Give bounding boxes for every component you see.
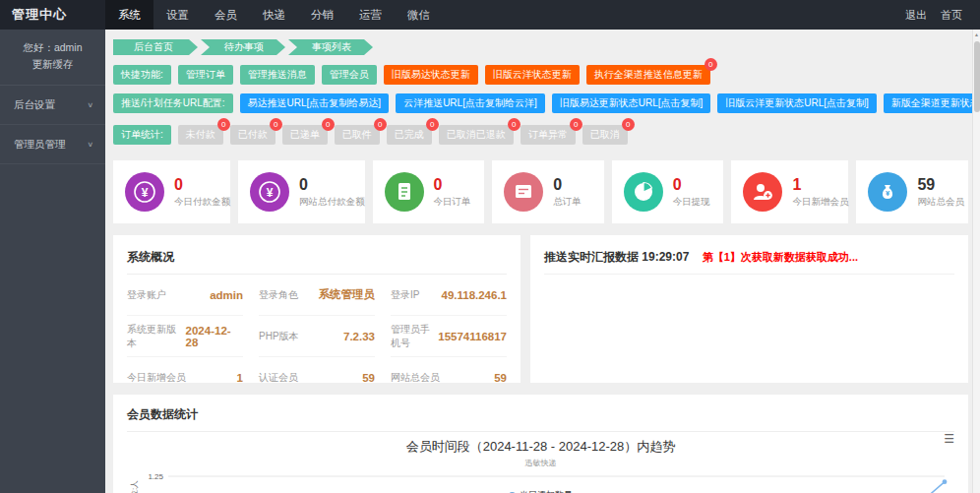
stat-card-网站总付款金额: ¥0网站总付款金额 [238, 160, 365, 223]
stat-card-label: 今日订单 [434, 196, 471, 209]
stat-card-总订单: 0总订单 [492, 160, 604, 223]
sidebar-item-管理员管理[interactable]: 管理员管理∨ [0, 125, 105, 164]
button-旧版易达状态更新[interactable]: 旧版易达状态更新 [384, 65, 478, 85]
overview-label: 登录角色 [259, 288, 298, 302]
overview-value: 系统管理员 [319, 287, 376, 302]
order-stats-row: 订单统计:未付款0已付款0已递单0已取件0已完成0已取消已退款0订单异常0已取消… [113, 125, 968, 145]
overview-value: 1 [237, 372, 243, 384]
stat-card-label: 今日新增会员 [792, 196, 848, 209]
breadcrumb-item-后台首页[interactable]: 后台首页 [113, 39, 198, 55]
overview-cell-PHP版本: PHP版本7.2.33 [259, 316, 375, 357]
scrollbar-thumb[interactable] [974, 41, 980, 112]
overview-label: 网站总会员 [391, 371, 440, 385]
chart-legend[interactable]: 当日添加数量 [113, 489, 968, 493]
overview-value: 7.2.33 [343, 331, 375, 342]
system-overview-grid: 登录账户admin登录角色系统管理员登录IP49.118.246.1系统更新版本… [127, 275, 507, 399]
sidebar-item-label: 后台设置 [14, 98, 55, 112]
badge-count: 0 [570, 118, 582, 131]
overview-cell-系统更新版本: 系统更新版本2024-12-28 [127, 316, 243, 357]
overview-cell-今日新增会员: 今日新增会员1 [127, 357, 243, 399]
button-旧版云洋更新状态URL[点击复制][interactable]: 旧版云洋更新状态URL[点击复制] [717, 93, 877, 113]
stat-card-meta: 0今日订单 [434, 176, 471, 209]
stat-card-meta: 0今日提现 [673, 176, 710, 209]
chevron-down-icon: ∨ [87, 141, 93, 149]
overview-cell-网站总会员: 网站总会员59 [391, 357, 507, 399]
yen-icon: ¥ [250, 172, 289, 212]
button-已取件[interactable]: 已取件0 [335, 125, 380, 145]
nav-item-设置[interactable]: 设置 [153, 0, 202, 30]
stat-card-meta: 0总订单 [553, 176, 582, 209]
button-管理推送消息[interactable]: 管理推送消息 [240, 65, 315, 85]
info-panels: 系统概况 登录账户admin登录角色系统管理员登录IP49.118.246.1系… [113, 235, 968, 383]
overview-value: 59 [494, 372, 507, 384]
button-易达推送URL[点击复制给易达][interactable]: 易达推送URL[点击复制给易达] [240, 93, 390, 113]
nav-link-首页[interactable]: 首页 [941, 8, 962, 23]
button-管理订单[interactable]: 管理订单 [178, 65, 233, 85]
money-bag-icon: ¥ [868, 172, 907, 212]
nav-item-分销[interactable]: 分销 [298, 0, 346, 30]
chevron-down-icon: ∨ [87, 101, 93, 109]
system-overview-panel: 系统概况 登录账户admin登录角色系统管理员登录IP49.118.246.1系… [113, 235, 521, 383]
user-plus-icon [743, 172, 782, 212]
stat-card-今日付款金额: ¥0今日付款金额 [113, 160, 230, 223]
button-执行全渠道推送信息更新[interactable]: 执行全渠道推送信息更新0 [586, 65, 710, 85]
stat-cards: ¥0今日付款金额¥0网站总付款金额0今日订单0总订单0今日提现1今日新增会员¥5… [113, 160, 968, 223]
button-已递单[interactable]: 已递单0 [282, 125, 328, 145]
order-stats-label: 订单统计: [113, 125, 171, 145]
overview-label: 管理员手机号 [391, 323, 438, 350]
stat-card-meta: 59网站总会员 [917, 176, 964, 209]
badge-count: 0 [622, 118, 635, 131]
overview-value: 2024-12-28 [186, 325, 243, 348]
stat-card-今日订单: 0今日订单 [373, 160, 485, 223]
card-icon [504, 172, 543, 212]
vertical-scrollbar[interactable]: ▲ [972, 30, 980, 493]
overview-cell-登录账户: 登录账户admin [127, 275, 243, 316]
stat-card-meta: 1今日新增会员 [792, 176, 848, 209]
button-旧版易达更新状态URL[点击复制][interactable]: 旧版易达更新状态URL[点击复制] [552, 93, 711, 113]
top-nav-right: 退出首页 [905, 0, 980, 30]
chart-subtitle: 迅敏快递 [127, 458, 954, 468]
push-url-label: 推送/计划任务URL配置: [113, 93, 233, 113]
scroll-up-arrow-icon[interactable]: ▲ [973, 30, 980, 39]
button-已取消[interactable]: 已取消0 [582, 125, 628, 145]
overview-cell-登录角色: 登录角色系统管理员 [259, 275, 375, 316]
nav-link-退出[interactable]: 退出 [905, 8, 927, 23]
stat-card-label: 今日提现 [673, 196, 710, 209]
member-chart-panel: 会员数据统计 会员时间段（2024-11-28 - 2024-12-28）内趋势… [113, 395, 968, 493]
overview-cell-管理员手机号: 管理员手机号15574116817 [391, 316, 507, 357]
push-report-title: 推送实时汇报数据 19:29:07 第【1】次获取新数据获取成功... [544, 245, 954, 275]
nav-item-会员[interactable]: 会员 [202, 0, 250, 30]
button-云洋推送URL[点击复制给云洋][interactable]: 云洋推送URL[点击复制给云洋] [396, 93, 545, 113]
stat-card-value: 0 [553, 176, 582, 194]
stat-card-value: 1 [792, 176, 848, 194]
stat-card-label: 总订单 [553, 196, 582, 209]
button-旧版云洋状态更新[interactable]: 旧版云洋状态更新 [485, 65, 580, 85]
nav-item-运营[interactable]: 运营 [346, 0, 395, 30]
pie-icon [624, 172, 663, 212]
chart-menu-icon[interactable]: ☰ [944, 434, 954, 444]
quick-actions-label: 快捷功能: [113, 65, 171, 85]
badge-count: 0 [322, 118, 335, 131]
stat-card-value: 59 [917, 176, 964, 194]
button-已取消已退款[interactable]: 已取消已退款0 [439, 125, 514, 145]
breadcrumb-item-事项列表[interactable]: 事项列表 [288, 39, 373, 55]
overview-value: 59 [362, 372, 375, 384]
breadcrumb-item-待办事项[interactable]: 待办事项 [201, 39, 285, 55]
nav-item-微信[interactable]: 微信 [395, 0, 443, 30]
nav-item-系统[interactable]: 系统 [105, 0, 153, 30]
button-管理会员[interactable]: 管理会员 [322, 65, 377, 85]
chart-panel-title: 会员数据统计 [127, 402, 954, 432]
stat-card-今日新增会员: 1今日新增会员 [731, 160, 848, 223]
refresh-cache-link[interactable]: 更新缓存 [4, 56, 101, 73]
button-新版全渠道更新状态URL[点击复制][interactable]: 新版全渠道更新状态URL[点击复制] [884, 93, 972, 113]
button-已完成[interactable]: 已完成0 [387, 125, 432, 145]
stat-card-meta: 0网站总付款金额 [299, 176, 365, 209]
overview-label: PHP版本 [259, 330, 299, 343]
sidebar-item-后台设置[interactable]: 后台设置∨ [0, 86, 105, 125]
sidebar-admin-block: 您好：admin 更新缓存 [0, 30, 105, 86]
button-未付款[interactable]: 未付款0 [178, 125, 223, 145]
nav-item-快递[interactable]: 快递 [250, 0, 298, 30]
badge-count: 0 [508, 118, 521, 131]
button-订单异常[interactable]: 订单异常0 [521, 125, 576, 145]
button-已付款[interactable]: 已付款0 [230, 125, 276, 145]
